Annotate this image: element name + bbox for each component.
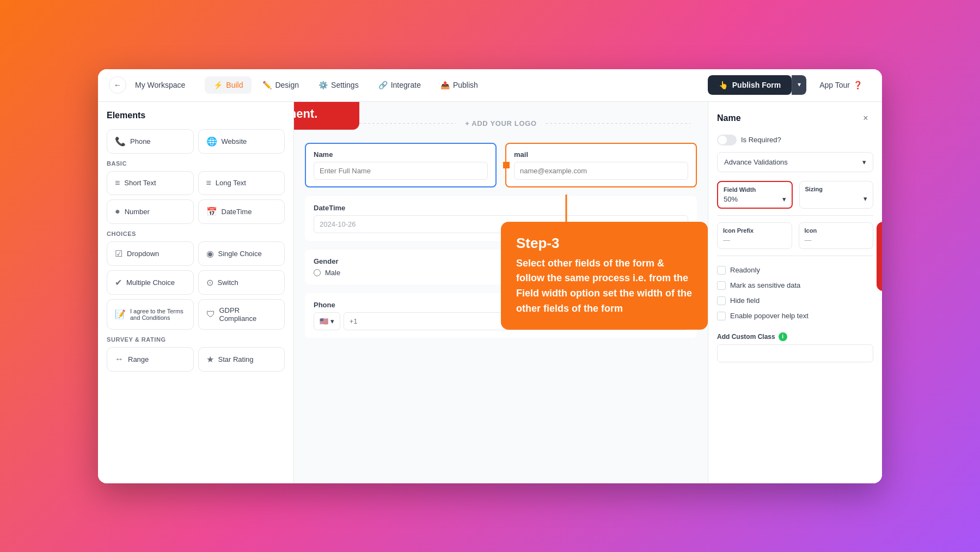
nav-integrate[interactable]: 🔗 Integrate: [370, 76, 430, 94]
gender-male-option[interactable]: Male: [314, 269, 688, 277]
popover-label: Enable popover help text: [730, 312, 808, 320]
readonly-checkbox[interactable]: [717, 266, 726, 275]
design-icon: ✏️: [262, 81, 272, 89]
field-width-chevron: ▾: [782, 195, 786, 203]
app-tour-button[interactable]: App Tour ❓: [811, 75, 871, 95]
sizing-chevron: ▾: [863, 195, 867, 203]
sensitive-checkbox[interactable]: [717, 281, 726, 290]
app-window: ← My Workspace ⚡ Build ✏️ Design ⚙️ Sett…: [98, 69, 882, 483]
phone-label: Phone: [314, 301, 688, 309]
logo-line-right: [546, 123, 690, 124]
element-star-rating[interactable]: ★ Star Rating: [198, 347, 285, 372]
nav-publish[interactable]: 📤 Publish: [432, 76, 487, 94]
datetime-input[interactable]: [314, 215, 688, 233]
element-gdpr[interactable]: 🛡 GDPR Compliance: [198, 299, 285, 330]
element-number[interactable]: ● Number: [107, 199, 194, 224]
is-required-row: Is Required?: [717, 135, 873, 145]
back-icon: ←: [114, 81, 121, 89]
phone-row: Phone 🇺🇸 ▾: [305, 293, 697, 338]
property-panel-title: Name: [717, 113, 741, 123]
email-field[interactable]: mail: [505, 143, 697, 187]
long-text-icon: ≡: [206, 178, 211, 188]
readonly-label: Readonly: [730, 266, 760, 274]
build-icon: ⚡: [213, 81, 223, 89]
icon-suffix-box[interactable]: Icon —: [799, 222, 874, 249]
publish-form-dropdown[interactable]: ▾: [792, 75, 806, 95]
element-long-text[interactable]: ≡ Long Text: [198, 171, 285, 195]
element-phone[interactable]: 📞 Phone: [107, 129, 194, 154]
icon-prefix-box[interactable]: Icon Prefix —: [717, 222, 792, 249]
popover-help-option[interactable]: Enable popover help text: [717, 308, 873, 324]
element-switch[interactable]: ⊙ Switch: [198, 270, 285, 295]
form-area: Step-1 Select the element. + ADD YOUR LO…: [294, 102, 708, 483]
workspace-label: My Workspace: [135, 81, 185, 89]
main-content: Elements 📞 Phone 🌐 Website BASIC ≡ Short…: [98, 102, 882, 483]
nav-settings[interactable]: ⚙️ Settings: [310, 76, 367, 94]
range-icon: ↔: [115, 354, 124, 364]
element-datetime[interactable]: 📅 DateTime: [198, 199, 285, 224]
elements-title: Elements: [107, 111, 285, 120]
field-width-select[interactable]: 50% ▾: [724, 195, 786, 203]
nav-build[interactable]: ⚡ Build: [205, 76, 252, 94]
switch-icon: ⊙: [206, 277, 213, 288]
choices-elements: ☑ Dropdown ◉ Single Choice ✔ Multiple Ch…: [107, 241, 285, 330]
star-icon: ★: [206, 354, 214, 365]
element-terms[interactable]: 📝 I agree to the Terms and Conditions: [107, 299, 194, 330]
element-single-choice[interactable]: ◉ Single Choice: [198, 241, 285, 266]
element-multiple-choice[interactable]: ✔ Multiple Choice: [107, 270, 194, 295]
icon-prefix-label: Icon Prefix: [723, 227, 786, 234]
multiple-choice-icon: ✔: [115, 277, 122, 288]
nav-design[interactable]: ✏️ Design: [254, 76, 308, 94]
close-button[interactable]: ×: [858, 111, 873, 126]
phone-flag[interactable]: 🇺🇸 ▾: [314, 312, 340, 330]
hide-field-checkbox[interactable]: [717, 296, 726, 305]
divider2: [717, 256, 873, 256]
name-field[interactable]: Name: [305, 143, 497, 187]
integrate-icon: 🔗: [378, 81, 388, 89]
hide-field-option[interactable]: Hide field: [717, 293, 873, 308]
custom-class-group: Add Custom Class i: [717, 332, 873, 362]
back-button[interactable]: ←: [109, 76, 126, 94]
sizing-label: Sizing: [805, 186, 868, 192]
survey-section-label: SURVEY & RATING: [107, 336, 285, 343]
gender-row: Gender Male: [305, 250, 697, 284]
popover-checkbox[interactable]: [717, 312, 726, 320]
sizing-select[interactable]: ▾: [805, 195, 868, 203]
choices-section-label: CHOICES: [107, 230, 285, 237]
sidebar-right: Name × Is Required? Advance Validations …: [708, 102, 882, 483]
datetime-field[interactable]: DateTime: [305, 196, 697, 241]
is-required-toggle[interactable]: [717, 135, 737, 145]
phone-input-row: 🇺🇸 ▾: [314, 312, 688, 330]
gender-field: Gender Male: [305, 250, 697, 284]
advance-validations[interactable]: Advance Validations ▾: [717, 152, 873, 172]
element-website[interactable]: 🌐 Website: [198, 129, 285, 154]
custom-class-input[interactable]: [717, 344, 873, 362]
add-logo-text[interactable]: + ADD YOUR LOGO: [456, 119, 545, 128]
gender-male-radio[interactable]: [314, 269, 321, 276]
icon-prefix-value: —: [723, 236, 786, 244]
sensitive-data-option[interactable]: Mark as sensitive data: [717, 278, 873, 293]
field-width-label: Field Width: [724, 186, 786, 193]
field-width-box: Field Width 50% ▾: [717, 181, 793, 209]
form-logo-bar: + ADD YOUR LOGO: [305, 113, 697, 134]
options-group: Readonly Mark as sensitive data Hide fie…: [717, 263, 873, 324]
header-actions: 👆 Publish Form ▾ App Tour ❓: [708, 75, 871, 95]
publish-icon: 📤: [440, 81, 450, 89]
element-short-text[interactable]: ≡ Short Text: [107, 171, 194, 195]
phone-icon: 📞: [115, 136, 126, 147]
element-dropdown[interactable]: ☑ Dropdown: [107, 241, 194, 266]
name-input[interactable]: [314, 162, 488, 180]
gender-male-label: Male: [325, 269, 340, 277]
publish-form-button[interactable]: 👆 Publish Form: [708, 75, 792, 95]
number-icon: ●: [115, 207, 120, 216]
email-input[interactable]: [514, 162, 688, 180]
toggle-knob: [718, 136, 727, 144]
single-choice-icon: ◉: [206, 248, 214, 259]
phone-number-input[interactable]: [344, 312, 688, 330]
info-icon: i: [779, 332, 787, 341]
sizing-box: Sizing ▾: [799, 181, 874, 209]
readonly-option[interactable]: Readonly: [717, 263, 873, 278]
gender-label: Gender: [314, 257, 688, 265]
element-range[interactable]: ↔ Range: [107, 347, 194, 372]
datetime-icon: 📅: [206, 207, 217, 217]
